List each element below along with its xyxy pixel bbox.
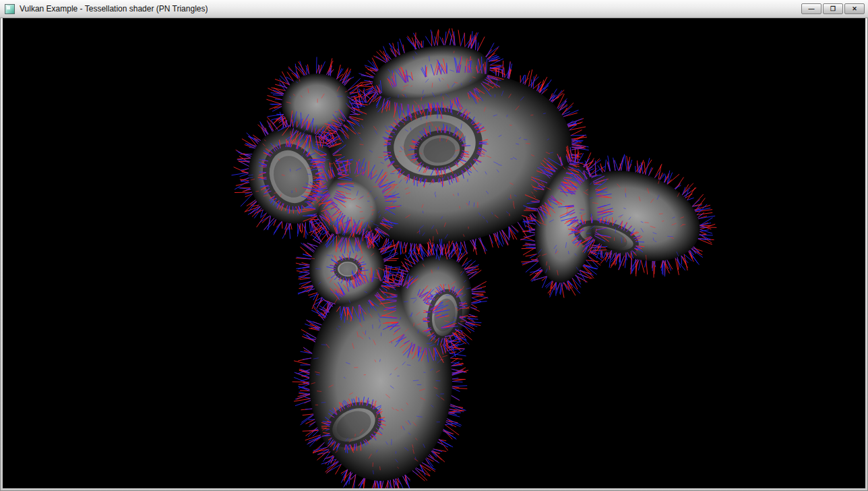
window-controls: — ❐ ✕ bbox=[801, 3, 865, 14]
title-bar[interactable]: Vulkan Example - Tessellation shader (PN… bbox=[0, 0, 868, 18]
app-icon-glint bbox=[7, 6, 10, 9]
app-window: Vulkan Example - Tessellation shader (PN… bbox=[0, 0, 868, 491]
render-area bbox=[3, 18, 865, 488]
maximize-button[interactable]: ❐ bbox=[823, 3, 843, 14]
window-title: Vulkan Example - Tessellation shader (PN… bbox=[20, 4, 208, 13]
close-button[interactable]: ✕ bbox=[844, 3, 865, 14]
render-viewport[interactable] bbox=[3, 18, 865, 488]
minimize-button[interactable]: — bbox=[801, 3, 822, 14]
app-icon[interactable] bbox=[5, 4, 15, 14]
